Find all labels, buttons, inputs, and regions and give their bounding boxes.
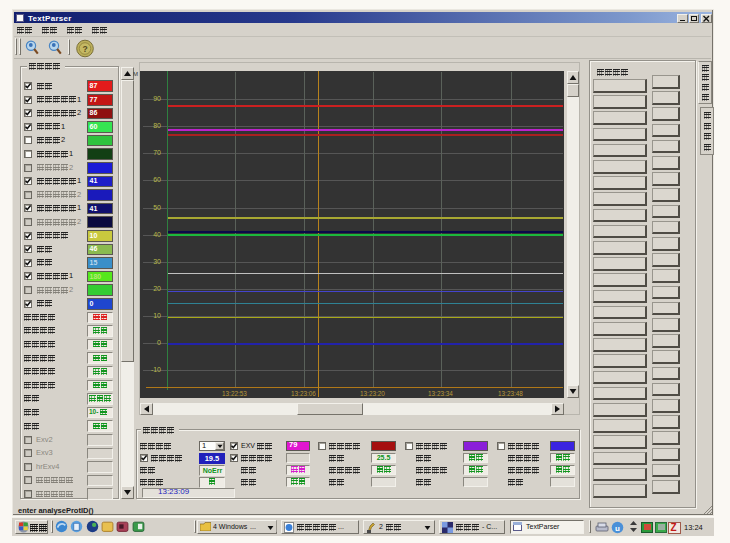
svg-text:u: u bbox=[615, 523, 620, 532]
svg-text:?: ? bbox=[82, 44, 87, 54]
